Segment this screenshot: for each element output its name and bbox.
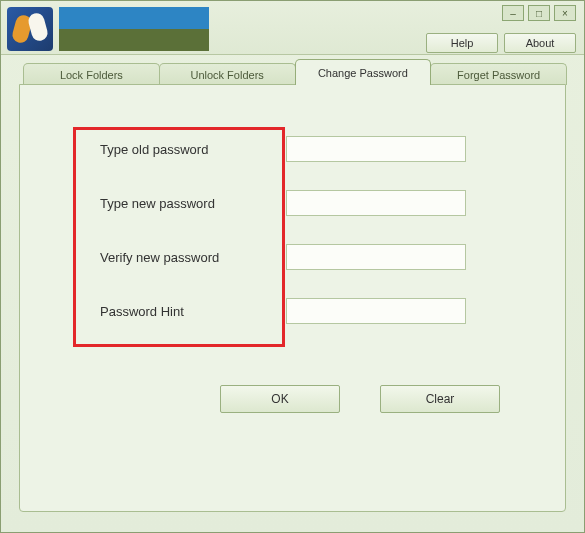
password-hint-label: Password Hint [76,304,286,319]
maximize-button[interactable]: □ [528,5,550,21]
tabstrip: Lock Folders Unlock Folders Change Passw… [23,61,566,85]
form-row: Type new password [76,187,516,219]
app-banner [59,7,209,51]
close-button[interactable]: × [554,5,576,21]
tab-change-password[interactable]: Change Password [295,59,432,85]
minimize-button[interactable]: – [502,5,524,21]
about-button[interactable]: About [504,33,576,53]
old-password-input[interactable] [286,136,466,162]
form-row: Password Hint [76,295,516,327]
ok-button[interactable]: OK [220,385,340,413]
tab-panel: Type old password Type new password Veri… [19,84,566,512]
titlebar: – □ × Help About [1,1,584,55]
help-button[interactable]: Help [426,33,498,53]
change-password-form: Type old password Type new password Veri… [76,133,516,349]
form-row: Type old password [76,133,516,165]
clear-button[interactable]: Clear [380,385,500,413]
app-logo-icon [7,7,53,51]
tab-lock-folders[interactable]: Lock Folders [23,63,160,85]
old-password-label: Type old password [76,142,286,157]
new-password-label: Type new password [76,196,286,211]
verify-password-label: Verify new password [76,250,286,265]
tab-unlock-folders[interactable]: Unlock Folders [159,63,296,85]
verify-password-input[interactable] [286,244,466,270]
app-window: – □ × Help About Lock Folders Unlock Fol… [0,0,585,533]
tab-forget-password[interactable]: Forget Password [430,63,567,85]
new-password-input[interactable] [286,190,466,216]
password-hint-input[interactable] [286,298,466,324]
form-row: Verify new password [76,241,516,273]
